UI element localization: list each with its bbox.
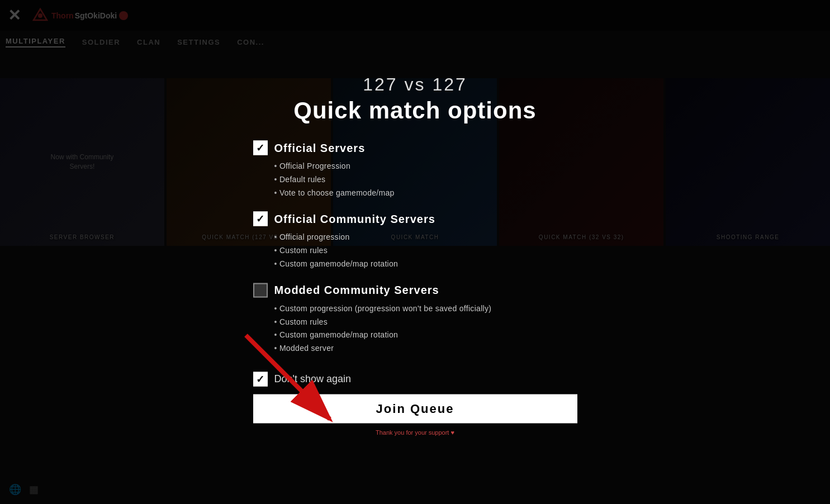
bullet-item: Custom rules [274, 244, 577, 258]
option-community-bullets: Official progression Custom rules Custom… [274, 231, 577, 270]
option-modded-bullets: Custom progression (progression won't be… [274, 302, 577, 355]
bullet-item: Custom gamemode/map rotation [274, 258, 577, 271]
join-queue-label: Join Queue [376, 401, 454, 416]
bullet-item: Custom progression (progression won't be… [274, 302, 577, 315]
modal-bottom: Don't show again Join Queue Thank you fo… [253, 372, 577, 435]
option-community-title: Official Community Servers [274, 212, 435, 225]
dont-show-row: Don't show again [253, 372, 577, 386]
support-text-label: Thank you for your support [376, 429, 449, 435]
option-modded-title: Modded Community Servers [274, 284, 439, 297]
checkbox-modded[interactable] [253, 283, 268, 297]
support-heart-icon: ♥ [451, 429, 455, 435]
support-text: Thank you for your support ♥ [253, 429, 577, 435]
join-queue-button[interactable]: Join Queue [253, 394, 577, 423]
option-official-servers: Official Servers Official Progression De… [253, 141, 577, 199]
option-community-header: Official Community Servers [253, 212, 577, 226]
option-official-title: Official Servers [274, 141, 366, 154]
option-modded-header: Modded Community Servers [253, 283, 577, 297]
checkbox-official[interactable] [253, 141, 268, 155]
modal-title-small: 127 vs 127 [253, 74, 577, 95]
dont-show-label: Don't show again [274, 373, 352, 385]
checkbox-community[interactable] [253, 212, 268, 226]
bullet-item: Custom rules [274, 315, 577, 329]
option-official-header: Official Servers [253, 141, 577, 155]
option-official-bullets: Official Progression Default rules Vote … [274, 160, 577, 199]
bullet-item: Default rules [274, 173, 577, 186]
bullet-item: Vote to choose gamemode/map [274, 186, 577, 199]
bullet-item: Custom gamemode/map rotation [274, 329, 577, 342]
bullet-item: Modded server [274, 342, 577, 355]
bullet-item: Official Progression [274, 160, 577, 173]
quick-match-modal: 127 vs 127 Quick match options Official … [220, 52, 611, 453]
bullet-item: Official progression [274, 231, 577, 244]
option-modded-servers: Modded Community Servers Custom progress… [253, 283, 577, 355]
checkbox-dont-show[interactable] [253, 372, 268, 386]
modal-title-large: Quick match options [253, 97, 577, 124]
option-community-servers: Official Community Servers Official prog… [253, 212, 577, 270]
